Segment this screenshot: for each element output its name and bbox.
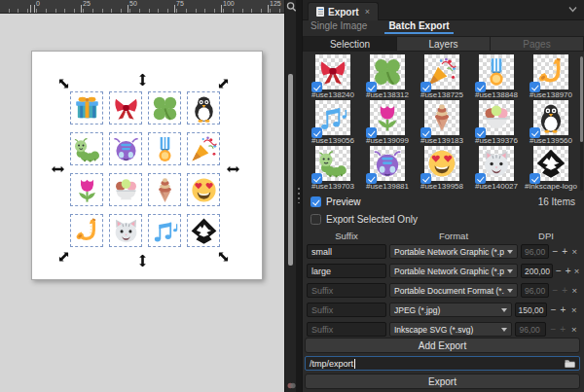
export-item[interactable]: #use139958 — [415, 146, 469, 191]
item-thumbnail[interactable] — [370, 100, 405, 135]
scale-handle-w[interactable] — [52, 165, 64, 173]
item-checkbox[interactable] — [475, 127, 486, 138]
scale-handle-n[interactable] — [139, 74, 147, 87]
item-checkbox[interactable] — [311, 127, 322, 138]
export-item[interactable]: #use139881 — [360, 146, 415, 191]
remove-row-button[interactable]: × — [574, 266, 580, 276]
chevron-down-icon[interactable] — [568, 6, 577, 13]
close-tab-button[interactable]: × — [365, 7, 370, 17]
format-select[interactable]: JPEG (*.jpg) — [389, 303, 512, 317]
item-checkbox[interactable] — [311, 173, 322, 184]
canvas-object-music-notes[interactable] — [148, 214, 181, 247]
item-thumbnail[interactable] — [479, 100, 514, 135]
item-checkbox[interactable] — [420, 82, 431, 92]
canvas-object-caterpillar[interactable] — [70, 132, 103, 165]
thumbnail-scrollbar[interactable] — [580, 56, 583, 191]
dpi-decrease-button[interactable]: − — [551, 324, 557, 335]
item-checkbox[interactable] — [311, 82, 322, 92]
item-checkbox[interactable] — [475, 82, 486, 92]
item-thumbnail[interactable] — [315, 100, 350, 135]
item-thumbnail[interactable] — [533, 54, 568, 89]
suffix-input[interactable] — [307, 322, 386, 337]
dpi-decrease-button[interactable]: − — [556, 266, 562, 276]
canvas-object-penguin[interactable] — [187, 91, 220, 125]
dpi-increase-button[interactable]: + — [562, 246, 567, 257]
scale-handle-nw[interactable] — [56, 77, 71, 91]
item-checkbox[interactable] — [420, 127, 431, 138]
export-item[interactable]: #use139056 — [306, 100, 360, 145]
scale-handle-se[interactable] — [216, 250, 231, 265]
canvas-area[interactable] — [0, 14, 284, 392]
item-checkbox[interactable] — [529, 173, 540, 184]
format-select[interactable]: Portable Network Graphic (*.png) — [389, 244, 518, 259]
export-item[interactable]: #use138848 — [469, 54, 524, 99]
canvas-page[interactable] — [31, 51, 263, 280]
dpi-increase-button[interactable]: + — [566, 266, 571, 276]
thumbnail-scrollbar-thumb[interactable] — [580, 56, 583, 142]
item-thumbnail[interactable] — [424, 100, 459, 135]
scale-handle-s[interactable] — [139, 255, 147, 267]
dpi-decrease-button[interactable]: − — [552, 285, 558, 296]
canvas-object-clover[interactable] — [148, 91, 181, 125]
color-managed-view-icon[interactable] — [287, 381, 296, 390]
dpi-increase-button[interactable]: + — [560, 304, 566, 315]
canvas-vertical-scrollbar[interactable] — [284, 0, 296, 392]
remove-row-button[interactable]: × — [569, 324, 578, 335]
export-item[interactable]: #use139183 — [415, 100, 469, 145]
preview-checkbox[interactable] — [310, 196, 321, 207]
export-button[interactable]: Export — [305, 374, 580, 389]
export-item[interactable]: #use139560 — [524, 100, 578, 145]
item-thumbnail[interactable] — [370, 54, 405, 89]
canvas-object-bow[interactable] — [109, 91, 142, 125]
dpi-increase-button[interactable]: + — [560, 324, 566, 335]
tab-batch-export[interactable]: Batch Export — [384, 20, 453, 34]
dpi-input[interactable]: 150,00 — [515, 303, 547, 317]
export-item[interactable]: #use140027 — [469, 146, 524, 191]
dpi-input[interactable]: 96,00 — [521, 244, 549, 259]
dpi-input[interactable]: 96,00 — [521, 283, 549, 298]
item-thumbnail[interactable] — [533, 100, 568, 135]
export-item[interactable]: #use139099 — [360, 100, 415, 145]
suffix-input[interactable] — [307, 283, 386, 298]
suffix-input[interactable] — [307, 303, 386, 317]
export-item[interactable]: #use139703 — [306, 146, 360, 191]
format-select[interactable]: Portable Document Format (*.pdf) — [389, 283, 518, 298]
item-thumbnail[interactable] — [479, 146, 514, 181]
format-select[interactable]: Inkscape SVG (*.svg) — [389, 322, 512, 337]
canvas-object-gift[interactable] — [70, 91, 103, 125]
canvas-object-saxophone[interactable] — [70, 214, 103, 247]
export-item[interactable]: #use138240 — [306, 54, 360, 99]
item-checkbox[interactable] — [529, 127, 540, 138]
export-item[interactable]: #use139376 — [469, 100, 524, 145]
canvas-object-dessert-bowl[interactable] — [109, 173, 142, 206]
canvas-object-inkscape-logo[interactable] — [187, 214, 220, 247]
canvas-object-tulip[interactable] — [70, 173, 103, 206]
item-checkbox[interactable] — [366, 127, 377, 138]
export-path-input[interactable]: /tmp/export — [305, 356, 580, 371]
subtab-selection[interactable]: Selection — [303, 36, 397, 52]
item-thumbnail[interactable] — [315, 146, 350, 181]
scale-handle-ne[interactable] — [216, 77, 231, 91]
folder-icon[interactable] — [565, 359, 575, 368]
export-item[interactable]: #use138312 — [360, 54, 415, 99]
suffix-input[interactable] — [307, 264, 386, 278]
item-checkbox[interactable] — [475, 173, 486, 184]
canvas-object-bug[interactable] — [109, 132, 142, 165]
canvas-object-party-popper[interactable] — [187, 132, 220, 165]
remove-row-button[interactable]: × — [570, 285, 578, 296]
item-checkbox[interactable] — [366, 82, 377, 92]
scale-handle-sw[interactable] — [56, 250, 71, 265]
dpi-increase-button[interactable]: + — [562, 285, 567, 296]
item-checkbox[interactable] — [529, 82, 540, 92]
dpi-decrease-button[interactable]: − — [552, 246, 558, 257]
item-thumbnail[interactable] — [533, 146, 568, 181]
item-checkbox[interactable] — [366, 173, 377, 184]
item-thumbnail[interactable] — [479, 54, 514, 89]
item-thumbnail[interactable] — [370, 146, 405, 181]
remove-row-button[interactable]: × — [569, 304, 578, 315]
suffix-input[interactable] — [307, 244, 386, 259]
item-thumbnail[interactable] — [315, 54, 350, 89]
item-thumbnail[interactable] — [424, 54, 459, 89]
item-checkbox[interactable] — [420, 173, 431, 184]
dpi-input[interactable]: 200,00 — [521, 264, 553, 278]
